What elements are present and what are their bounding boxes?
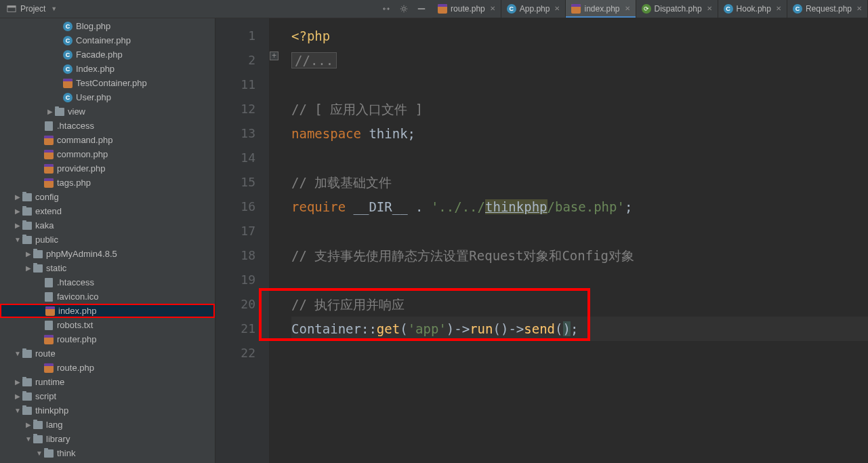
expand-arrow-icon[interactable]: ▶	[24, 250, 33, 258]
tree-item[interactable]: ▶common.php	[0, 147, 215, 161]
code-editor[interactable]: 12111213141516171819202122 + <?php //...…	[215, 18, 868, 463]
tree-item[interactable]: ▶extend	[0, 204, 215, 218]
file-icon	[22, 405, 33, 416]
tree-item-label: .htaccess	[57, 121, 94, 131]
tree-item[interactable]: ▶runtime	[0, 375, 215, 389]
line-number: 22	[215, 341, 269, 365]
expand-arrow-icon[interactable]: ▶	[14, 193, 22, 201]
file-icon	[33, 249, 43, 260]
close-icon[interactable]: ✕	[623, 5, 630, 12]
file-icon	[43, 320, 54, 331]
highlight-box	[259, 288, 590, 341]
line-number: 14	[215, 146, 269, 170]
line-number: 17	[215, 219, 269, 243]
tree-item[interactable]: ▶CContainer.php	[0, 33, 215, 47]
tab-label: route.php	[451, 4, 485, 14]
tree-item-label: common.php	[57, 149, 108, 159]
tree-item[interactable]: ▶.htaccess	[0, 275, 215, 289]
file-icon: C	[62, 21, 73, 32]
line-number-gutter: 12111213141516171819202122	[215, 18, 270, 463]
tree-item[interactable]: ▶.htaccess	[0, 119, 215, 133]
tree-item-label: Index.php	[76, 64, 115, 74]
tree-item[interactable]: ▶CFacade.php	[0, 47, 215, 62]
tree-item-label: Facade.php	[76, 49, 123, 60]
gear-icon[interactable]	[398, 3, 409, 14]
collapse-icon[interactable]	[381, 3, 392, 14]
close-icon[interactable]: ✕	[705, 5, 712, 12]
file-icon	[43, 448, 54, 459]
file-icon	[43, 149, 54, 160]
path-link[interactable]: thinkphp	[485, 199, 547, 214]
tree-item[interactable]: ▼think	[0, 446, 215, 460]
expand-arrow-icon[interactable]: ▼	[14, 236, 22, 243]
editor-tab[interactable]: index.php✕	[566, 0, 636, 18]
editor-tab[interactable]: ⟳Dispatch.php✕	[636, 0, 718, 18]
tree-item[interactable]: ▶command.php	[0, 133, 215, 147]
tree-item[interactable]: ▼library	[0, 432, 215, 446]
tree-item-label: Blog.php	[76, 21, 110, 31]
tree-item-label: lang	[46, 420, 63, 430]
tree-item[interactable]: ▼public	[0, 233, 215, 247]
tree-item[interactable]: ▶TestContainer.php	[0, 76, 215, 90]
expand-arrow-icon[interactable]: ▶	[46, 108, 54, 115]
project-tree[interactable]: ▶CBlog.php▶CContainer.php▶CFacade.php▶CI…	[0, 18, 215, 463]
expand-arrow-icon[interactable]: ▶	[24, 264, 33, 272]
tree-item[interactable]: ▶CBlog.php	[0, 19, 215, 33]
tree-item[interactable]: ▶route.php	[0, 361, 215, 375]
expand-arrow-icon[interactable]: ▼	[14, 407, 22, 414]
expand-arrow-icon[interactable]: ▼	[35, 449, 43, 457]
tree-item[interactable]: ▶phpMyAdmin4.8.5	[0, 247, 215, 261]
expand-arrow-icon[interactable]: ▼	[14, 350, 22, 357]
code-area[interactable]: <?php //... // [ 应用入口文件 ] namespace thin…	[270, 18, 868, 463]
editor-tab[interactable]: CHook.php✕	[718, 0, 787, 18]
tree-item[interactable]: ▶CUser.php	[0, 90, 215, 104]
tree-item[interactable]: ▶robots.txt	[0, 318, 215, 332]
tree-item[interactable]: ▼route	[0, 346, 215, 361]
tab-label: Request.php	[806, 4, 852, 14]
folded-region[interactable]: //...	[291, 52, 337, 68]
expand-arrow-icon[interactable]: ▶	[14, 222, 22, 229]
editor-tab[interactable]: CApp.php✕	[501, 0, 566, 18]
editor-tab[interactable]: route.php✕	[432, 0, 501, 18]
expand-arrow-icon[interactable]: ▼	[24, 435, 33, 443]
tree-item-label: think	[57, 448, 75, 458]
line-number: 1	[215, 24, 269, 48]
tree-item-label: public	[35, 235, 58, 245]
file-icon: C	[793, 4, 802, 14]
close-icon[interactable]: ✕	[774, 5, 781, 12]
tree-item[interactable]: ▶provider.php	[0, 161, 215, 176]
tree-item-label: robots.txt	[57, 320, 93, 330]
tree-item[interactable]: ▶index.php	[0, 304, 215, 318]
project-icon	[7, 4, 16, 14]
expand-arrow-icon[interactable]: ▶	[14, 378, 22, 386]
tree-item-label: thinkphp	[35, 405, 68, 416]
tree-item[interactable]: ▶view	[0, 104, 215, 119]
tree-item-label: library	[46, 434, 70, 444]
editor-tab[interactable]: CRequest.php✕	[787, 0, 868, 18]
file-icon: C	[62, 92, 73, 103]
file-icon	[571, 4, 581, 14]
svg-rect-1	[7, 6, 16, 8]
editor-tabs: route.php✕CApp.php✕index.php✕⟳Dispatch.p…	[432, 0, 868, 18]
tree-item[interactable]: ▶router.php	[0, 332, 215, 346]
expand-arrow-icon[interactable]: ▶	[24, 421, 33, 428]
close-icon[interactable]: ✕	[553, 5, 560, 12]
expand-arrow-icon[interactable]: ▶	[14, 392, 22, 400]
tree-item[interactable]: ▶CIndex.php	[0, 62, 215, 76]
expand-arrow-icon[interactable]: ▶	[14, 207, 22, 215]
tree-item[interactable]: ▶lang	[0, 418, 215, 432]
close-icon[interactable]: ✕	[855, 5, 862, 12]
line-number: 2	[215, 48, 269, 73]
project-dropdown[interactable]: Project ▼	[0, 0, 64, 18]
svg-point-2	[402, 7, 405, 10]
tree-item[interactable]: ▼thinkphp	[0, 403, 215, 418]
tree-item[interactable]: ▶kaka	[0, 218, 215, 233]
minimize-icon[interactable]	[416, 3, 427, 14]
tree-item[interactable]: ▶script	[0, 389, 215, 403]
tree-item[interactable]: ▶static	[0, 261, 215, 275]
tree-item[interactable]: ▶favicon.ico	[0, 289, 215, 304]
close-icon[interactable]: ✕	[489, 5, 495, 12]
tree-item[interactable]: ▶config	[0, 190, 215, 204]
tree-item-label: router.php	[57, 334, 97, 344]
tree-item[interactable]: ▶tags.php	[0, 176, 215, 190]
